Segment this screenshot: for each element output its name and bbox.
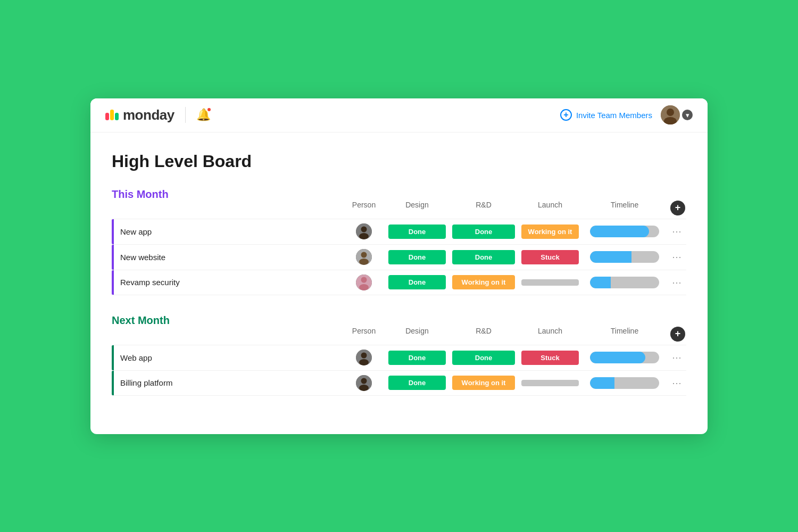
svg-point-7 [361, 252, 367, 258]
timeline-bar-fill [590, 226, 649, 237]
status-badge: Working on it [521, 225, 579, 239]
table-row: Web app Done Done [112, 345, 686, 370]
status-rd-revamp-security: Working on it [449, 273, 518, 292]
avatar-new-website [356, 249, 372, 265]
svg-point-16 [361, 378, 367, 384]
user-menu-chevron[interactable] [682, 110, 693, 120]
col-header-timeline: Timeline [582, 327, 667, 342]
status-badge: Done [452, 225, 515, 239]
svg-point-13 [361, 353, 367, 359]
timeline-bar-fill [590, 352, 645, 363]
svg-point-5 [359, 233, 369, 239]
header-divider [185, 107, 186, 123]
svg-point-8 [359, 259, 369, 265]
user-avatar [661, 105, 680, 124]
row-action-button[interactable]: ⋯ [672, 352, 681, 363]
status-rd-web-app: Done [449, 348, 518, 367]
monday-logo-icon [105, 110, 119, 120]
invite-plus-icon: + [560, 109, 572, 121]
row-name-new-app: New app [112, 227, 343, 236]
row-actions-new-website: ⋯ [667, 251, 686, 263]
logo-bar-3 [115, 113, 119, 120]
invite-team-button[interactable]: + Invite Team Members [560, 109, 652, 121]
row-person-revamp-security [343, 275, 385, 290]
col-header-design: Design [385, 201, 449, 215]
status-launch-revamp-security [518, 277, 582, 288]
row-actions-web-app: ⋯ [667, 352, 686, 363]
row-person-new-website [343, 249, 385, 265]
col-header-launch: Launch [518, 201, 582, 215]
app-window: monday 🔔 + Invite Team Members [90, 98, 708, 434]
row-name-revamp-security: Revamp security [112, 278, 343, 287]
timeline-new-app [582, 223, 667, 239]
add-column-button-next-month[interactable]: + [670, 327, 685, 342]
row-action-button[interactable]: ⋯ [672, 251, 681, 263]
timeline-bar-wrapper [590, 377, 659, 389]
timeline-bar-fill [590, 377, 614, 389]
board-title: High Level Board [112, 152, 686, 171]
status-badge: Done [388, 351, 446, 365]
row-border-billing-platform [112, 371, 114, 395]
row-border-web-app [112, 345, 114, 370]
main-content: High Level Board This Month Person Desig… [90, 132, 708, 434]
row-border-new-website [112, 245, 114, 270]
logo-bar-2 [110, 110, 114, 120]
table-row: New app Done Done [112, 219, 686, 244]
status-launch-new-website: Stuck [518, 248, 582, 267]
status-badge: Done [388, 225, 446, 239]
status-design-billing-platform: Done [385, 373, 449, 392]
table-col-headers-next-month: Person Design R&D Launch Timeline + [112, 327, 686, 345]
status-badge: Done [388, 275, 446, 289]
header-left: monday 🔔 [105, 107, 211, 123]
status-launch-billing-platform [518, 378, 582, 388]
svg-point-10 [361, 277, 367, 282]
timeline-bar-fill [590, 251, 631, 263]
status-design-new-app: Done [385, 222, 449, 241]
svg-point-11 [359, 284, 369, 290]
status-badge [521, 279, 579, 286]
col-header-name [118, 201, 343, 215]
avatar-revamp-security [356, 275, 372, 290]
status-rd-billing-platform: Working on it [449, 373, 518, 392]
status-launch-web-app: Stuck [518, 348, 582, 367]
timeline-web-app [582, 350, 667, 365]
status-design-web-app: Done [385, 348, 449, 367]
table-col-headers-this-month: Person Design R&D Launch Timeline + [112, 201, 686, 219]
status-design-revamp-security: Done [385, 273, 449, 292]
status-badge: Done [388, 250, 446, 264]
section-title-row-next: Next Month [112, 314, 686, 327]
row-actions-new-app: ⋯ [667, 226, 686, 237]
section-title-row: This Month [112, 188, 686, 201]
row-name-billing-platform: Billing platform [112, 378, 343, 387]
row-action-button[interactable]: ⋯ [672, 226, 681, 237]
col-header-rd: R&D [449, 201, 518, 215]
col-header-rd: R&D [449, 327, 518, 342]
col-header-name [118, 327, 343, 342]
user-avatar-wrapper[interactable] [661, 105, 693, 124]
invite-button-label: Invite Team Members [576, 111, 652, 120]
table-row: New website Done Done [112, 244, 686, 270]
section-this-month: This Month Person Design R&D Launch Time… [112, 188, 686, 295]
section-next-month: Next Month Person Design R&D Launch Time… [112, 314, 686, 396]
status-badge: Done [452, 250, 515, 264]
bell-wrapper[interactable]: 🔔 [196, 108, 211, 122]
row-action-button[interactable]: ⋯ [672, 377, 681, 389]
timeline-bar-fill [590, 277, 611, 288]
timeline-bar-wrapper [590, 352, 659, 363]
row-action-button[interactable]: ⋯ [672, 277, 681, 288]
svg-point-17 [359, 385, 369, 391]
logo-wrapper: monday [105, 107, 174, 123]
status-badge: Done [388, 376, 446, 390]
add-column-button-this-month[interactable]: + [670, 201, 685, 215]
avatar-new-app [356, 223, 372, 239]
header: monday 🔔 + Invite Team Members [90, 98, 708, 132]
row-actions-billing-platform: ⋯ [667, 377, 686, 389]
status-badge: Stuck [521, 250, 579, 264]
row-person-web-app [343, 350, 385, 365]
row-name-web-app: Web app [112, 353, 343, 362]
col-header-design: Design [385, 327, 449, 342]
timeline-bar-wrapper [590, 226, 659, 237]
section-title-next-month: Next Month [112, 314, 170, 327]
status-badge: Working on it [452, 376, 515, 390]
logo-text: monday [123, 107, 174, 123]
